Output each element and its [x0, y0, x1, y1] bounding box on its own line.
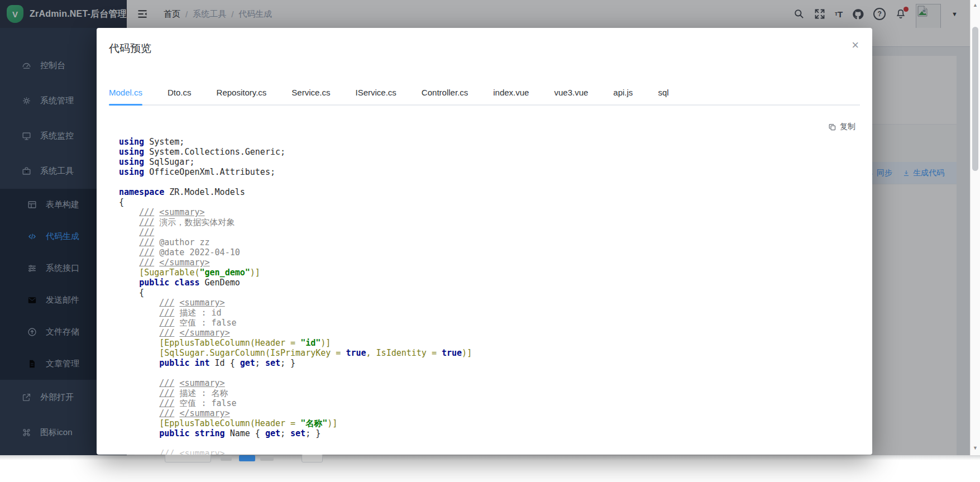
code-line: public int Id { get; set; } — [119, 358, 868, 368]
tab-IService.cs[interactable]: IService.cs — [356, 88, 396, 104]
code-line: using SqlSugar; — [119, 157, 868, 167]
tab-Service.cs[interactable]: Service.cs — [291, 88, 330, 104]
tab-api.js[interactable]: api.js — [613, 88, 633, 104]
code-line: /// <summary> — [119, 298, 868, 308]
code-line: /// 描述 : id — [119, 308, 868, 318]
code-line: public string Name { get; set; } — [119, 428, 868, 438]
code-line: /// @date 2022-04-10 — [119, 247, 868, 257]
scrollbar-up-arrow[interactable]: ▲ — [971, 2, 980, 8]
tab-index.vue[interactable]: index.vue — [493, 88, 529, 104]
code-line — [119, 438, 868, 448]
tab-sql[interactable]: sql — [658, 88, 668, 104]
code-line: /// 空值 : false — [119, 398, 868, 408]
code-line: /// </summary> — [119, 408, 868, 418]
code-line: /// 描述 : 名称 — [119, 388, 868, 398]
code-line: public class GenDemo — [119, 278, 868, 288]
tab-Model.cs[interactable]: Model.cs — [109, 88, 142, 104]
code-line — [119, 368, 868, 378]
copy-label: 复制 — [840, 122, 855, 132]
bottom-strip — [0, 455, 980, 482]
pagination-prev-button[interactable] — [221, 456, 232, 461]
code-line: /// <summary> — [119, 448, 868, 455]
code-line: /// — [119, 227, 868, 237]
code-line: [SqlSugar.SugarColumn(IsPrimaryKey = tru… — [119, 348, 868, 358]
code-line: using OfficeOpenXml.Attributes; — [119, 167, 868, 177]
tab-Repository.cs[interactable]: Repository.cs — [217, 88, 267, 104]
pagination-active-page[interactable] — [239, 455, 255, 461]
code-line: /// <summary> — [119, 378, 868, 388]
code-line: using System; — [119, 137, 868, 147]
code-line: [SugarTable("gen_demo")] — [119, 268, 868, 278]
code-line: /// 演示，数据实体对象 — [119, 217, 868, 227]
page-size-select[interactable] — [165, 454, 211, 462]
tab-Dto.cs[interactable]: Dto.cs — [168, 88, 192, 104]
code-line: [EpplusTableColumn(Header = "id")] — [119, 338, 868, 348]
app-root: V ZrAdmin.NET-后台管理 控制台系统管理系统监控系统工具表单构建代码… — [0, 0, 980, 482]
code-line: { — [119, 288, 868, 298]
scrollbar-down-arrow[interactable]: ▼ — [971, 445, 980, 451]
pagination-goto-input[interactable] — [302, 454, 323, 462]
code-line: namespace ZR.Model.Models — [119, 187, 868, 197]
code-preview-dialog: 代码预览 × Model.csDto.csRepository.csServic… — [97, 28, 872, 455]
copy-icon — [828, 123, 836, 131]
tab-Controller.cs[interactable]: Controller.cs — [422, 88, 468, 104]
code-line: /// @author zz — [119, 237, 868, 247]
code-line: { — [119, 197, 868, 207]
code-tabs: Model.csDto.csRepository.csService.csISe… — [109, 88, 860, 106]
tab-vue3.vue[interactable]: vue3.vue — [554, 88, 588, 104]
code-line: [EpplusTableColumn(Header = "名称")] — [119, 418, 868, 428]
code-line: using System.Collections.Generic; — [119, 147, 868, 157]
scrollbar[interactable]: ▲ ▼ — [970, 0, 980, 455]
pagination-next-button[interactable] — [260, 456, 274, 461]
code-line: /// </summary> — [119, 328, 868, 338]
code-line: /// </summary> — [119, 257, 868, 268]
code-line: /// 空值 : false — [119, 318, 868, 328]
scrollbar-thumb[interactable] — [972, 27, 978, 171]
copy-button[interactable]: 复制 — [828, 122, 855, 132]
dialog-title: 代码预览 — [109, 41, 151, 56]
code-block: using System;using System.Collections.Ge… — [119, 137, 868, 455]
code-line — [119, 177, 868, 187]
close-icon[interactable]: × — [852, 39, 859, 51]
code-line: /// <summary> — [119, 207, 868, 217]
